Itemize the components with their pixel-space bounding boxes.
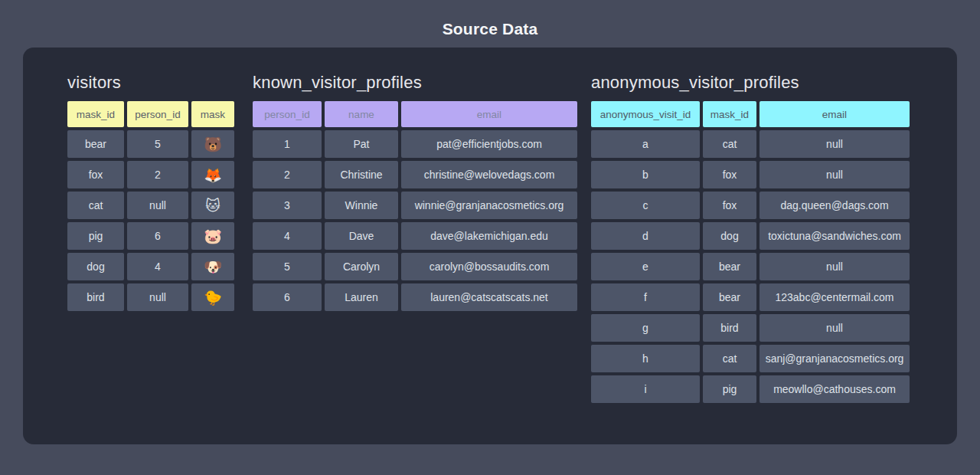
table-cell: bird <box>67 283 124 311</box>
table-cell: d <box>591 222 700 250</box>
table-title-anonymous-visitor-profiles: anonymous_visitor_profiles <box>591 73 910 93</box>
table-cell: b <box>591 161 700 188</box>
table-cell: dag.queen@dags.com <box>760 192 910 219</box>
table-group-visitors: visitors mask_idperson_idmaskbear5🐻fox2🦊… <box>67 73 234 311</box>
column-header: email <box>401 101 577 127</box>
table-cell: null <box>760 314 910 342</box>
table-cell: e <box>591 253 700 280</box>
table-cell: pat@efficientjobs.com <box>401 130 577 158</box>
column-header: person_id <box>253 101 322 127</box>
column-header: mask <box>191 101 234 127</box>
table-title-known-visitor-profiles: known_visitor_profiles <box>253 73 577 93</box>
table-cell: g <box>591 314 700 342</box>
table-cell: pig <box>703 375 756 403</box>
table-cell: 6 <box>127 222 188 250</box>
table-cell: c <box>591 192 700 219</box>
table-known-visitor-profiles: person_idnameemail1Patpat@efficientjobs.… <box>253 101 577 311</box>
table-cell: bear <box>703 253 756 280</box>
column-header: anonymous_visit_id <box>591 101 700 127</box>
table-cell: fox <box>703 192 756 219</box>
table-cell: christine@welovedags.com <box>401 161 577 188</box>
table-cell: null <box>760 130 910 158</box>
table-anonymous-visitor-profiles: anonymous_visit_idmask_idemailacatnullbf… <box>591 101 910 403</box>
table-cell: 1 <box>253 130 322 158</box>
table-cell: dog <box>67 253 124 280</box>
mask-emoji-cell: 🐻 <box>191 130 234 158</box>
table-cell: 2 <box>253 161 322 188</box>
source-data-panel: visitors mask_idperson_idmaskbear5🐻fox2🦊… <box>23 48 957 444</box>
table-cell: Winnie <box>325 192 398 219</box>
table-cell: pig <box>67 222 124 250</box>
table-title-visitors: visitors <box>67 73 234 93</box>
table-cell: 2 <box>127 161 188 188</box>
table-cell: a <box>591 130 700 158</box>
column-header: person_id <box>127 101 188 127</box>
table-cell: Christine <box>325 161 398 188</box>
table-cell: f <box>591 283 700 311</box>
column-header: name <box>325 101 398 127</box>
table-cell: 4 <box>253 222 322 250</box>
table-cell: winnie@granjanacosmetics.org <box>401 192 577 219</box>
table-cell: lauren@catscatscats.net <box>401 283 577 311</box>
table-cell: h <box>591 345 700 372</box>
table-cell: dog <box>703 222 756 250</box>
mask-emoji-cell: 🐷 <box>191 222 234 250</box>
table-visitors: mask_idperson_idmaskbear5🐻fox2🦊catnull🐱p… <box>67 101 234 311</box>
table-cell: Lauren <box>325 283 398 311</box>
mask-emoji-cell: 🦊 <box>191 161 234 188</box>
table-cell: sanj@granjanacosmetics.org <box>760 345 910 372</box>
mask-emoji-cell: 🐤 <box>191 283 234 311</box>
mask-emoji-cell: 🐶 <box>191 253 234 280</box>
table-cell: fox <box>67 161 124 188</box>
table-group-known-visitor-profiles: known_visitor_profiles person_idnameemai… <box>253 73 577 311</box>
table-cell: meowllo@cathouses.com <box>760 375 910 403</box>
table-cell: cat <box>67 192 124 219</box>
table-group-anonymous-visitor-profiles: anonymous_visitor_profiles anonymous_vis… <box>591 73 910 403</box>
table-cell: carolyn@bossaudits.com <box>401 253 577 280</box>
table-cell: null <box>760 253 910 280</box>
table-cell: dave@lakemichigan.edu <box>401 222 577 250</box>
column-header: mask_id <box>67 101 124 127</box>
column-header: email <box>760 101 910 127</box>
table-cell: 6 <box>253 283 322 311</box>
mask-emoji-cell: 🐱 <box>191 192 234 219</box>
table-cell: 5 <box>253 253 322 280</box>
table-cell: 3 <box>253 192 322 219</box>
table-cell: cat <box>703 345 756 372</box>
table-cell: Dave <box>325 222 398 250</box>
table-cell: bear <box>703 283 756 311</box>
table-cell: null <box>127 192 188 219</box>
table-cell: bird <box>703 314 756 342</box>
table-cell: cat <box>703 130 756 158</box>
table-cell: Pat <box>325 130 398 158</box>
table-cell: 5 <box>127 130 188 158</box>
table-cell: bear <box>67 130 124 158</box>
page-title: Source Data <box>0 20 980 38</box>
table-cell: Carolyn <box>325 253 398 280</box>
column-header: mask_id <box>703 101 756 127</box>
table-cell: null <box>760 161 910 188</box>
table-cell: 123abc@centermail.com <box>760 283 910 311</box>
table-cell: null <box>127 283 188 311</box>
table-cell: 4 <box>127 253 188 280</box>
table-cell: toxictuna@sandwiches.com <box>760 222 910 250</box>
table-cell: fox <box>703 161 756 188</box>
table-cell: i <box>591 375 700 403</box>
